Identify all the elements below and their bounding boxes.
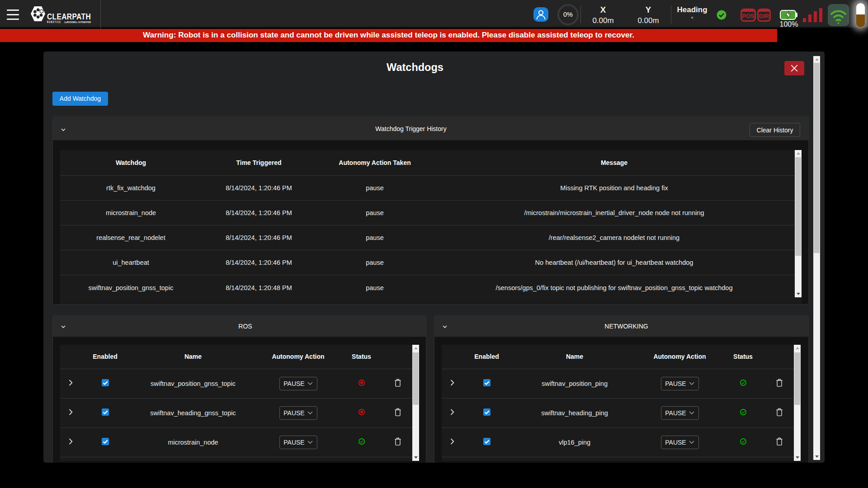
- svg-text:ROBOTICS: ROBOTICS: [47, 20, 61, 23]
- svg-text:ROCKWELL AUTOMATION: ROCKWELL AUTOMATION: [67, 21, 91, 23]
